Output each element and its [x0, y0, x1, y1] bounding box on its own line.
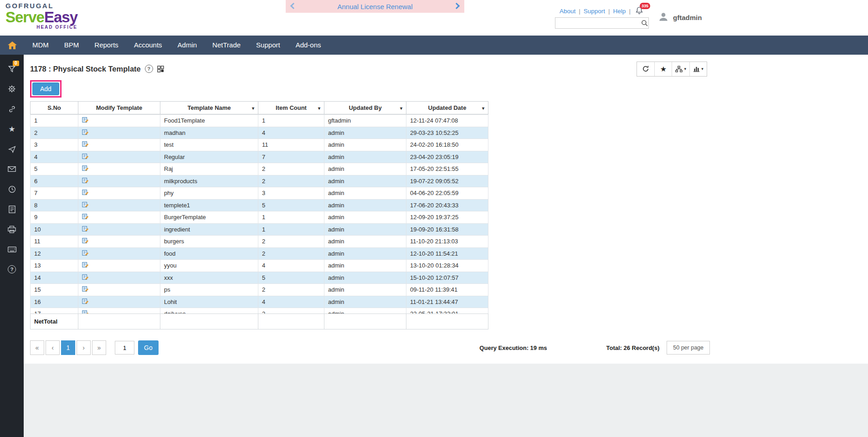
refresh-button[interactable] — [637, 62, 654, 76]
dashboard-grid-icon[interactable] — [157, 66, 164, 72]
cell-updated-by: admin — [324, 187, 406, 200]
modify-template-icon[interactable] — [82, 238, 88, 245]
table-row[interactable]: 7 phy 3 admin 04-06-20 22:05:59 — [31, 187, 488, 200]
modify-template-icon[interactable] — [82, 190, 88, 197]
search-input[interactable] — [555, 20, 641, 26]
go-button[interactable]: Go — [138, 340, 159, 355]
modify-template-icon[interactable] — [82, 118, 88, 124]
table-row[interactable]: 5 Raj 2 admin 17-05-20 22:51:55 — [31, 163, 488, 175]
header-template-name[interactable]: Template Name▾ — [160, 102, 258, 114]
table-row[interactable]: 13 yyou 4 admin 13-10-20 01:28:34 — [31, 260, 488, 272]
table-row[interactable]: 11 burgers 2 admin 11-10-20 21:13:03 — [31, 236, 488, 248]
nav-item-nettrade[interactable]: NetTrade — [205, 36, 248, 55]
support-link[interactable]: Support — [584, 8, 605, 15]
nav-item-admin[interactable]: Admin — [170, 36, 205, 55]
nav-item-reports[interactable]: Reports — [87, 36, 126, 55]
nav-item-bpm[interactable]: BPM — [56, 36, 87, 55]
per-page-select[interactable]: 50 per page — [667, 341, 710, 355]
favorites-star-icon[interactable]: ★ — [8, 125, 15, 133]
home-icon[interactable] — [0, 41, 25, 50]
sort-caret-icon[interactable]: ▾ — [318, 105, 320, 110]
sort-caret-icon[interactable]: ▾ — [482, 105, 484, 110]
table-row[interactable]: 16 Lohit 4 admin 11-01-21 13:44:47 — [31, 296, 488, 308]
cell-updated-by: admin — [324, 127, 406, 139]
cell-sno: 2 — [31, 127, 78, 139]
print-icon[interactable] — [8, 225, 16, 233]
modify-template-icon[interactable] — [82, 299, 88, 306]
first-page-button[interactable]: « — [30, 340, 44, 355]
modify-template-icon[interactable] — [82, 178, 88, 185]
table-row[interactable]: 6 milkproducts 2 admin 19-07-22 09:05:52 — [31, 175, 488, 187]
history-clock-icon[interactable] — [8, 185, 16, 193]
modify-template-icon[interactable] — [82, 142, 88, 149]
next-page-button[interactable]: › — [77, 340, 91, 355]
about-link[interactable]: About — [560, 8, 575, 15]
keyboard-icon[interactable] — [8, 245, 16, 253]
main-content: 1178 : Physical Stock Template ? ★ ▾ — [24, 55, 868, 437]
chart-view-button[interactable]: ▾ — [689, 62, 707, 76]
nav-item-support[interactable]: Support — [248, 36, 288, 55]
logo-head-office: HEAD OFFICE — [5, 25, 77, 30]
header-updated-date[interactable]: Updated Date▾ — [406, 102, 488, 114]
modify-template-icon[interactable] — [82, 214, 88, 221]
modify-template-icon[interactable] — [82, 275, 88, 282]
filter-icon[interactable]: 0 — [8, 65, 15, 73]
header-updated-by[interactable]: Updated By▾ — [324, 102, 406, 114]
current-page-button[interactable]: 1 — [61, 340, 75, 355]
sort-caret-icon[interactable]: ▾ — [252, 105, 254, 110]
table-row[interactable]: 2 madhan 4 admin 29-03-23 10:52:25 — [31, 127, 488, 139]
chevron-down-icon: ▾ — [701, 67, 704, 71]
user-menu[interactable]: gftadmin — [657, 11, 702, 24]
table-row[interactable]: 17 dailyuse 2 admin 22-05-21 17:32:01 — [31, 308, 488, 314]
modify-template-icon[interactable] — [82, 251, 88, 257]
help-link[interactable]: Help — [613, 8, 626, 15]
table-row[interactable]: 3 test 11 admin 24-02-20 16:18:50 — [31, 139, 488, 151]
prev-page-button[interactable]: ‹ — [46, 340, 60, 355]
hierarchy-view-button[interactable]: ▾ — [672, 62, 689, 76]
table-row[interactable]: 14 xxx 5 admin 15-10-20 12:07:57 — [31, 272, 488, 284]
modify-template-icon[interactable] — [82, 262, 88, 269]
page-help-icon[interactable]: ? — [145, 65, 153, 73]
mail-icon[interactable] — [8, 165, 16, 173]
modify-template-icon[interactable] — [82, 226, 88, 233]
nav-item-accounts[interactable]: Accounts — [126, 36, 170, 55]
add-button[interactable]: Add — [32, 82, 59, 95]
link-icon[interactable] — [8, 105, 16, 113]
sort-caret-icon[interactable]: ▾ — [400, 105, 402, 110]
table-row[interactable]: 8 templete1 5 admin 17-06-20 20:43:33 — [31, 199, 488, 211]
send-icon[interactable] — [8, 145, 16, 153]
notifications-bell-icon[interactable]: 335 — [635, 6, 643, 16]
favorite-button[interactable]: ★ — [654, 62, 672, 76]
table-row[interactable]: 15 ps 2 admin 09-11-20 11:39:41 — [31, 284, 488, 296]
modify-template-icon[interactable] — [82, 166, 88, 173]
table-row[interactable]: 1 Food1Template 1 gftadmin 12-11-24 07:4… — [31, 115, 488, 127]
news-document-icon[interactable] — [9, 205, 15, 213]
link-separator: | — [629, 8, 631, 15]
cell-template-name: phy — [160, 187, 258, 200]
banner-prev-icon[interactable] — [290, 3, 297, 9]
table-row[interactable]: 4 Regular 7 admin 23-04-20 23:05:19 — [31, 151, 488, 163]
header-item-count[interactable]: Item Count▾ — [258, 102, 324, 114]
nav-item-mdm[interactable]: MDM — [25, 36, 56, 55]
page-number-input[interactable] — [115, 341, 134, 355]
table-row[interactable]: 12 food 2 admin 12-10-20 11:54:21 — [31, 247, 488, 260]
nav-item-addons[interactable]: Add-ons — [288, 36, 329, 55]
search-icon[interactable] — [641, 20, 651, 26]
cell-modify-template — [78, 211, 160, 224]
settings-gear-icon[interactable] — [8, 85, 16, 93]
table-row[interactable]: 9 BurgerTemplate 1 admin 12-09-20 19:37:… — [31, 211, 488, 224]
modify-template-icon[interactable] — [82, 287, 88, 293]
cell-item-count: 11 — [258, 139, 324, 151]
table-row[interactable]: 10 ingredient 1 admin 19-09-20 16:31:58 — [31, 223, 488, 236]
net-total-empty-cell — [258, 314, 324, 329]
modify-template-icon[interactable] — [82, 202, 88, 209]
table-scroll-area[interactable]: 1 Food1Template 1 gftadmin 12-11-24 07:4… — [30, 114, 714, 314]
help-icon-sidebar[interactable]: ? — [8, 265, 16, 273]
modify-template-icon[interactable] — [82, 154, 88, 161]
last-page-button[interactable]: » — [92, 340, 106, 355]
cell-updated-date: 29-03-23 10:52:25 — [406, 127, 488, 139]
banner-next-icon[interactable] — [453, 3, 460, 9]
cell-item-count: 5 — [258, 199, 324, 211]
modify-template-icon[interactable] — [82, 311, 88, 314]
modify-template-icon[interactable] — [82, 130, 88, 137]
